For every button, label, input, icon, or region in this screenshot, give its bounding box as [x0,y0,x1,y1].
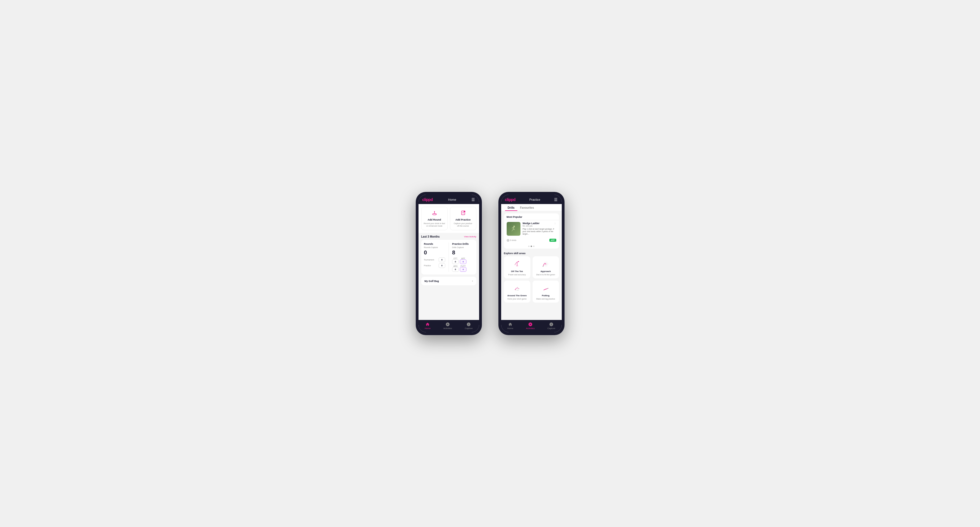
drill-arg-cell: ARG 0 [452,265,459,272]
practice-nav-activities[interactable]: Activities [526,322,535,330]
arg-value: 0 [452,267,459,272]
svg-line-11 [514,229,515,230]
skill-grid: Off The Tee Power and accuracy [501,256,562,305]
tournament-value: 0 [439,257,445,262]
add-round-icon [431,210,438,217]
practice-nav-capture[interactable]: Capture [547,322,555,330]
practice-row: Practice 0 [424,263,445,268]
rounds-capture-value: 0 [424,249,445,256]
rounds-capture-label: Rounds Capture [424,246,445,248]
nav-capture[interactable]: Capture [465,322,473,330]
dot-3 [533,246,535,247]
drills-col: Practice Drills Drills Capture 8 OTT 0 A… [452,243,474,272]
skill-approach[interactable]: Approach Dial-in to hit the green [533,256,559,278]
svg-point-0 [433,214,436,215]
tab-favourites[interactable]: Favourites [517,204,537,211]
rounds-sub: Tournament 0 Practice 0 [424,257,445,268]
home-bottom-nav: Home Activities Capture [418,320,479,332]
add-round-desc: Record your shots in fast or enhanced mo… [424,222,445,227]
skill-around-the-green[interactable]: Around The Green Hone your short game [504,281,530,303]
practice-hamburger-icon[interactable]: ☰ [554,197,558,202]
tee-icon [512,259,522,269]
svg-point-33 [546,289,547,289]
add-practice-icon: + [460,210,466,217]
add-round-title: Add Round [428,218,441,221]
my-golf-bag-row[interactable]: My Golf Bag › [421,277,476,285]
drill-name: Wedge Ladder [523,222,540,225]
nav-home[interactable]: Home [425,322,431,330]
drill-star-icon[interactable]: ☆ [554,222,556,225]
phone-home: clippd Home ☰ Add Round Record your [416,192,482,335]
approach-desc: Dial-in to hit the green [536,274,555,276]
putting-desc: Make and lag practice [536,298,555,300]
practice-bottom-nav: Home Activities Capture [501,320,562,332]
svg-point-27 [517,287,518,288]
most-popular-heading: Most Popular [504,213,559,220]
practice-header-title: Practice [529,198,540,201]
drills-grid: OTT 0 APP 4 ARG 0 [452,257,474,272]
putting-icon [541,283,551,293]
approach-icon [541,259,551,269]
svg-point-18 [518,261,519,262]
drill-info: Wedge Ladder ☆ 50–100 yds Play 1 shot at… [523,222,556,236]
activity-section-header: Last 3 Months View Activity [418,233,479,240]
svg-point-31 [544,289,545,290]
drill-range: 50–100 yds [523,225,556,227]
drill-shots-count: 9 shots [507,239,517,242]
dot-1 [528,246,530,247]
skill-putting[interactable]: Putting Make and lag practice [533,281,559,303]
svg-point-34 [547,288,547,289]
svg-point-23 [544,265,544,265]
add-practice-desc: Capture your practice off-the-course [452,222,474,227]
stats-row: Rounds Rounds Capture 0 Tournament 0 Pra… [424,243,474,272]
skill-off-the-tee[interactable]: Off The Tee Power and accuracy [504,256,530,278]
off-the-tee-name: Off The Tee [511,270,523,273]
svg-point-8 [513,226,515,227]
drill-app-cell: APP 4 [460,257,466,264]
drills-capture-value: 8 [452,249,474,256]
add-practice-card[interactable]: + Add Practice Capture your practice off… [450,207,476,230]
stats-box: Rounds Rounds Capture 0 Tournament 0 Pra… [421,240,476,275]
svg-point-24 [544,263,545,264]
approach-name: Approach [541,270,551,273]
svg-point-17 [516,265,518,266]
drills-title: Practice Drills [452,243,474,245]
add-round-card[interactable]: Add Round Record your shots in fast or e… [421,207,448,230]
phone-practice: clippd Practice ☰ Drills Favourites Most… [498,192,565,335]
off-the-tee-desc: Power and accuracy [508,274,526,276]
app-logo: clippd [422,197,433,202]
putting-name: Putting [542,294,550,297]
drill-ott-cell: OTT 0 [452,257,459,264]
svg-point-22 [542,266,543,267]
tab-drills[interactable]: Drills [505,204,517,211]
drill-putt-cell: PUTT 4 [460,265,466,272]
hamburger-icon[interactable]: ☰ [471,197,475,202]
last-3-months-label: Last 3 Months [421,235,440,238]
carousel-dots [504,244,559,249]
app-header-home: clippd Home ☰ [418,195,479,204]
svg-point-35 [547,288,549,289]
drill-card-wedge-ladder[interactable]: Wedge Ladder ☆ 50–100 yds Play 1 shot at… [504,220,559,237]
nav-activities[interactable]: Activities [443,322,452,330]
practice-tabs: Drills Favourites [501,204,562,211]
putt-value: 4 [460,267,466,272]
view-activity-link[interactable]: View Activity [464,235,476,238]
add-practice-title: Add Practice [455,218,471,221]
app-header-practice: clippd Practice ☰ [501,195,562,204]
svg-marker-2 [434,211,435,212]
explore-heading: Explore skill areas [501,251,562,256]
rounds-col: Rounds Rounds Capture 0 Tournament 0 Pra… [424,243,445,272]
drill-thumbnail [507,222,520,236]
svg-point-32 [545,289,546,290]
golf-bag-chevron-icon: › [472,279,473,283]
rounds-title: Rounds [424,243,445,245]
tournament-label: Tournament [424,259,434,261]
practice-logo: clippd [505,197,515,202]
my-golf-bag-label: My Golf Bag [425,280,439,283]
atg-name: Around The Green [507,294,527,297]
drill-desc: Play 1 shot at each target yardage. If y… [523,228,556,235]
practice-nav-home[interactable]: Home [508,322,513,330]
atg-desc: Hone your short game [508,298,527,300]
ott-value: 0 [452,259,459,264]
dot-2 [531,246,532,247]
